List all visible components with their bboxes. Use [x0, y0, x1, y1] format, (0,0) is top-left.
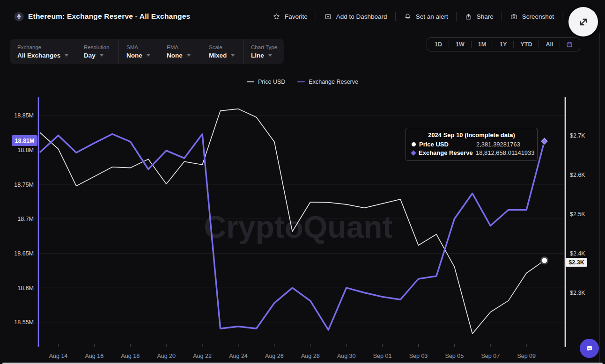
x-axis-tick-label: Aug 14 — [49, 353, 68, 359]
left-axis-tick-label: 18.55M — [14, 319, 34, 326]
x-axis-tick-label: Sep 01 — [373, 353, 392, 359]
legend-item-reserve[interactable]: Exchange Reserve — [297, 79, 358, 85]
left-axis-tick-label: 18.8M — [17, 147, 34, 153]
expand-button[interactable] — [568, 7, 598, 36]
tooltip-label: Exchange Reserve — [419, 149, 476, 156]
left-axis-tick-label: 18.6M — [17, 285, 34, 291]
tooltip-row-price: Price USD 2,381.39281763 — [412, 141, 531, 148]
reserve-axis-highlight: 18.81M — [12, 135, 37, 146]
app-window: CryptoQuant18.85M18.8M18.75M18.7M18.65M1… — [0, 0, 605, 364]
tooltip-value: 2,381.39281763 — [476, 141, 520, 148]
right-axis-tick-label: $2.4K — [570, 250, 585, 257]
price-axis-highlight: $2.3K — [566, 258, 587, 267]
x-axis-tick-label: Sep 05 — [445, 353, 464, 359]
x-axis-tick-label: Aug 28 — [301, 353, 320, 359]
chart-legend: Price USD Exchange Reserve — [0, 79, 605, 85]
x-axis-tick-label: Sep 09 — [517, 353, 536, 359]
chat-bubble-icon — [584, 343, 595, 354]
tooltip-label: Price USD — [419, 141, 476, 148]
x-axis-tick-label: Aug 24 — [229, 353, 248, 359]
x-axis-tick-label: Aug 26 — [265, 353, 284, 359]
right-axis-tick-label: $2.7K — [570, 132, 585, 139]
tooltip-row-reserve: Exchange Reserve 18,812,658.01141933 — [412, 149, 531, 156]
x-axis-tick-label: Aug 22 — [193, 353, 212, 359]
right-axis-tick-label: $2.3K — [570, 290, 585, 296]
left-axis-tick-label: 18.75M — [14, 182, 34, 188]
chart-canvas: CryptoQuant18.85M18.8M18.75M18.7M18.65M1… — [0, 0, 605, 364]
price-last-point-marker — [542, 258, 547, 263]
x-axis-tick-label: Aug 16 — [85, 353, 104, 359]
reserve-marker-icon — [411, 150, 416, 155]
price-marker-icon — [412, 142, 416, 146]
x-axis-tick-label: Sep 07 — [481, 353, 500, 359]
left-axis-tick-label: 18.65M — [14, 250, 34, 257]
chat-launcher-button[interactable] — [580, 339, 599, 358]
legend-label: Price USD — [258, 79, 285, 85]
x-axis-tick-label: Sep 03 — [409, 353, 428, 359]
x-axis-tick-label: Aug 18 — [121, 353, 140, 359]
expand-arrow-icon — [575, 14, 591, 30]
x-axis-tick-label: Aug 30 — [337, 353, 356, 359]
reserve-line-swatch — [297, 81, 305, 83]
x-axis-tick-label: Aug 20 — [157, 353, 176, 359]
left-axis-tick-label: 18.7M — [17, 216, 34, 222]
tooltip-title: 2024 Sep 10 (Incomplete data) — [412, 131, 531, 138]
legend-item-price[interactable]: Price USD — [247, 79, 285, 85]
watermark-text: CryptoQuant — [204, 210, 392, 244]
right-axis-tick-label: $2.5K — [570, 211, 585, 218]
tooltip-value: 18,812,658.01141933 — [476, 149, 535, 156]
legend-label: Exchange Reserve — [309, 79, 358, 85]
price-line-swatch — [247, 81, 254, 83]
right-axis-tick-label: $2.6K — [570, 172, 585, 178]
left-axis-tick-label: 18.85M — [14, 112, 34, 119]
chart-tooltip: 2024 Sep 10 (Incomplete data) Price USD … — [406, 128, 538, 161]
